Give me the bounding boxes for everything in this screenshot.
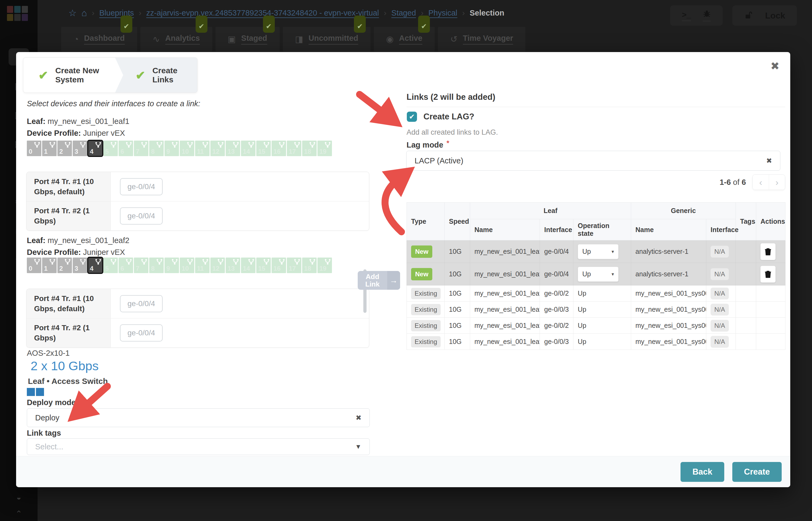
breadcrumb-item[interactable]: Staged <box>391 8 416 18</box>
link-speed-link[interactable]: 2 x 10 Gbps <box>30 358 98 373</box>
port-cell[interactable]: 1 <box>42 257 57 273</box>
port-cell[interactable]: 16 <box>272 141 286 156</box>
close-icon[interactable]: ✖ <box>767 59 783 73</box>
port-cell[interactable]: 17 <box>287 257 301 273</box>
port-cell[interactable]: 1 <box>42 141 57 156</box>
tab-time-voyager[interactable]: ↺Time Voyager <box>438 27 525 51</box>
transform-value-cell: ge-0/0/4 <box>111 318 369 347</box>
cell-type: Existing <box>407 301 445 318</box>
interface-chip[interactable]: ge-0/0/4 <box>120 207 163 225</box>
port-cell[interactable]: 18 <box>302 141 317 156</box>
port-cell[interactable]: 4 <box>88 257 103 273</box>
breadcrumb-item[interactable]: Physical <box>428 8 457 18</box>
tab-uncommitted[interactable]: ◨Uncommitted✔ <box>283 27 371 51</box>
bug-icon[interactable] <box>703 10 711 21</box>
cell-actions <box>756 263 785 286</box>
create-lag-checkbox[interactable]: ✔ <box>407 112 417 122</box>
step-label: Create Links <box>152 66 197 84</box>
breadcrumb-item[interactable]: zz-ajarvis-evpn.vex.2485377892354-374324… <box>146 8 379 18</box>
favorite-star-icon[interactable]: ☆ <box>68 7 76 18</box>
port-cell[interactable]: 6 <box>119 141 133 156</box>
next-page-button[interactable]: › <box>769 175 785 190</box>
clear-icon[interactable]: ✖ <box>766 157 772 165</box>
interface-na-chip: N/A <box>710 268 729 280</box>
port-cell[interactable]: 3 <box>73 141 87 156</box>
collapse-sidebar-icon[interactable]: ⌃ <box>15 509 22 518</box>
port-cell[interactable]: 5 <box>103 257 118 273</box>
port-cell[interactable]: 14 <box>241 141 255 156</box>
port-number: 6 <box>120 265 124 272</box>
port-cell[interactable]: 8 <box>149 141 164 156</box>
deploy-mode-select[interactable]: Deploy ✖ <box>27 408 370 427</box>
transform-icon <box>217 258 224 265</box>
port-cell[interactable]: 15 <box>256 141 271 156</box>
link-tags-select[interactable]: Select... ▼ <box>27 438 370 455</box>
port-cell[interactable]: 9 <box>164 257 179 273</box>
help-icon[interactable]: ? <box>77 397 85 404</box>
port-cell[interactable]: 12 <box>210 141 225 156</box>
caret-down-icon: ▾ <box>612 249 614 255</box>
tab-active[interactable]: ◉Active✔ <box>374 27 435 51</box>
back-button[interactable]: Back <box>680 462 724 482</box>
transform-row: Port #4 Tr. #1 (10 Gbps, default)ge-0/0/… <box>27 289 369 318</box>
port-cell[interactable]: 7 <box>134 257 149 273</box>
port-cell[interactable]: 12 <box>210 257 225 273</box>
port-cell[interactable]: 11 <box>195 257 209 273</box>
delete-link-button[interactable] <box>761 266 775 282</box>
port-cell[interactable]: 0 <box>27 141 41 156</box>
port-cell[interactable]: 10 <box>180 141 194 156</box>
port-cell[interactable]: 13 <box>226 141 240 156</box>
lag-mode-select[interactable]: LACP (Active) ✖ <box>406 151 780 171</box>
port-cell[interactable]: 13 <box>226 257 240 273</box>
port-cell[interactable]: 0 <box>27 257 41 273</box>
terminal-icon[interactable]: >_ <box>682 10 691 21</box>
tab-staged[interactable]: ▣Staged✔ <box>216 27 279 51</box>
interface-chip[interactable]: ge-0/0/4 <box>120 178 163 195</box>
tab-dashboard[interactable]: ◔Dashboard✔ <box>61 27 137 51</box>
port-cell[interactable]: 10 <box>180 257 194 273</box>
create-button[interactable]: Create <box>732 462 782 482</box>
cell-generic-interface: N/A <box>706 301 736 318</box>
cell-leaf-interface: ge-0/0/4 <box>540 241 573 263</box>
prev-page-button[interactable]: ‹ <box>753 175 769 190</box>
port-cell[interactable]: 7 <box>134 141 149 156</box>
chat-icon[interactable]: ◒ <box>16 493 21 502</box>
lock-button[interactable]: Lock <box>732 5 797 26</box>
port-cell[interactable]: 5 <box>103 141 118 156</box>
port-number: 17 <box>289 265 296 272</box>
clear-icon[interactable]: ✖ <box>356 414 361 422</box>
trash-icon <box>764 270 772 278</box>
col-speed: Speed <box>445 203 470 241</box>
port-cell[interactable]: 6 <box>119 257 133 273</box>
port-cell[interactable]: 18 <box>302 257 317 273</box>
cell-type: New <box>407 263 445 286</box>
port-cell[interactable]: 9 <box>164 141 179 156</box>
home-icon[interactable]: ⌂ <box>81 8 87 18</box>
port-cell[interactable]: 19 <box>317 141 332 156</box>
step-create-links[interactable]: ✔ Create Links <box>123 58 197 93</box>
link-tags-label: Link tags <box>27 429 61 437</box>
add-link-button[interactable]: Add Link → <box>358 271 400 290</box>
step-create-new-system[interactable]: ✔ Create New System <box>23 58 123 93</box>
port-cell[interactable]: 2 <box>58 141 72 156</box>
port-cell[interactable]: 19 <box>317 257 332 273</box>
tab-check-badge-icon: ✔ <box>120 16 132 33</box>
port-cell[interactable]: 2 <box>58 257 72 273</box>
cell-leaf-interface: ge-0/0/2 <box>540 318 573 334</box>
port-cell[interactable]: 8 <box>149 257 164 273</box>
port-cell[interactable]: 14 <box>241 257 255 273</box>
tab-label: Dashboard <box>84 34 125 45</box>
operation-state-select[interactable]: Up▾ <box>578 267 618 282</box>
operation-state-select[interactable]: Up▾ <box>578 244 618 259</box>
port-cell[interactable]: 3 <box>73 257 87 273</box>
cell-tags <box>736 301 756 318</box>
port-cell[interactable]: 4 <box>88 141 103 156</box>
port-cell[interactable]: 15 <box>256 257 271 273</box>
delete-link-button[interactable] <box>761 243 775 260</box>
tab-analytics[interactable]: ∿Analytics✔ <box>140 27 212 51</box>
interface-chip[interactable]: ge-0/0/4 <box>120 324 163 341</box>
port-cell[interactable]: 16 <box>272 257 286 273</box>
port-cell[interactable]: 11 <box>195 141 209 156</box>
interface-chip[interactable]: ge-0/0/4 <box>120 295 163 312</box>
port-cell[interactable]: 17 <box>287 141 301 156</box>
